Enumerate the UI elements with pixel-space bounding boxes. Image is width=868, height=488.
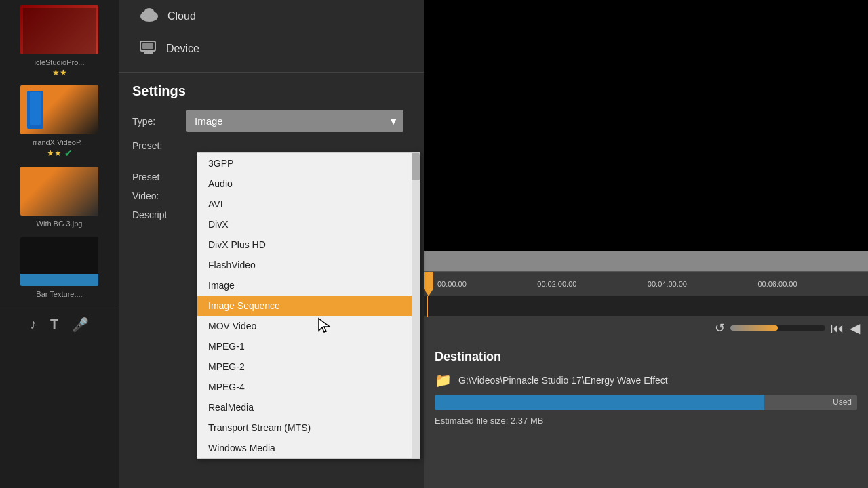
dropdown-item-audio[interactable]: Audio	[197, 174, 420, 194]
dropdown-item-divx[interactable]: DivX	[197, 214, 420, 235]
settings-section: Settings Type: Image ▼ Preset:	[119, 73, 444, 151]
ts-0: 00:00.00	[437, 280, 467, 288]
dropdown-item-transport[interactable]: Transport Stream (MTS)	[197, 418, 420, 438]
dropdown-item-divxhd[interactable]: DivX Plus HD	[197, 235, 420, 255]
dropdown-item-mov[interactable]: MOV Video	[197, 316, 420, 336]
dropdown-item-image-seq[interactable]: Image Sequence	[197, 296, 420, 316]
sidebar-thumb-2[interactable]	[20, 85, 98, 134]
sidebar: icleStudioPro... ★★ rrandX.VideoP... ★★ …	[0, 0, 119, 488]
dropdown-item-mpeg1[interactable]: MPEG-1	[197, 336, 420, 357]
timeline-ruler: 00:00.00 00:02:00.00 00:04:00.00 00:06:0…	[424, 271, 868, 296]
loop-button[interactable]: ↺	[715, 321, 725, 336]
svg-rect-5	[142, 43, 153, 49]
sidebar-thumb-1[interactable]	[20, 5, 98, 54]
dropdown-item-realmedia[interactable]: RealMedia	[197, 397, 420, 418]
destination-title: Destination	[435, 350, 857, 364]
svg-rect-7	[144, 52, 153, 54]
preview-video-area	[424, 0, 868, 251]
dropdown-item-avi[interactable]: AVI	[197, 194, 420, 214]
sidebar-stars-2: ★★	[47, 148, 62, 158]
preset-label-2: Preset	[132, 171, 186, 182]
destination-path-row: 📁 G:\Videos\Pinnacle Studio 17\Energy Wa…	[435, 372, 857, 388]
sidebar-label-4: Bar Texture....	[5, 289, 113, 300]
timeline-track	[424, 296, 868, 316]
dropdown-item-mpeg2[interactable]: MPEG-2	[197, 357, 420, 377]
sidebar-media-icons: ♪ T 🎤	[0, 308, 119, 338]
destination-section: Destination 📁 G:\Videos\Pinnacle Studio …	[424, 340, 868, 435]
playback-progress[interactable]	[730, 325, 825, 331]
device-icon	[139, 39, 158, 58]
mic-icon[interactable]: 🎤	[72, 317, 89, 333]
dropdown-item-image[interactable]: Image	[197, 275, 420, 296]
destination-path: G:\Videos\Pinnacle Studio 17\Energy Wave…	[458, 375, 668, 386]
text-icon[interactable]: T	[50, 317, 58, 333]
ts-3: 00:06:00.00	[757, 280, 797, 288]
type-select-wrapper[interactable]: Image ▼	[186, 110, 403, 132]
disk-used-label: Used	[833, 397, 852, 407]
folder-icon: 📁	[435, 372, 452, 388]
sidebar-label-2: rrandX.VideoP...	[5, 137, 113, 148]
dropdown-item-3gpp[interactable]: 3GPP	[197, 153, 420, 174]
dropdown-scrollbar[interactable]	[412, 153, 420, 458]
skip-back-button[interactable]: ⏮	[831, 321, 844, 336]
preview-black	[424, 0, 868, 251]
sidebar-label-1: icleStudioPro...	[5, 57, 113, 68]
preview-panel: 00:00.00 00:02:00.00 00:04:00.00 00:06:0…	[424, 0, 868, 488]
type-label: Type:	[132, 116, 186, 127]
nav-section: Cloud Device	[119, 0, 444, 72]
ts-2: 00:04:00.00	[648, 280, 687, 288]
disk-usage-bar: Used	[435, 395, 857, 410]
nav-cloud-label: Cloud	[167, 10, 196, 22]
cloud-icon	[139, 7, 159, 26]
dropdown-item-windows-media[interactable]: Windows Media	[197, 438, 420, 458]
type-dropdown[interactable]: 3GPP Audio AVI DivX DivX Plus HD FlashVi…	[197, 152, 420, 459]
sidebar-label-3: With BG 3.jpg	[5, 218, 113, 229]
sidebar-stars-1: ★★	[5, 68, 113, 77]
sidebar-thumb-4[interactable]	[20, 237, 98, 286]
descript-label: Descript	[132, 209, 186, 220]
preset-row: Preset:	[132, 140, 431, 151]
playback-controls: ↺ ⏮ ◀	[424, 316, 868, 340]
ts-1: 00:02:00.00	[537, 280, 576, 288]
settings-title: Settings	[132, 83, 431, 99]
nav-cloud[interactable]: Cloud	[139, 0, 444, 33]
disk-bar-fill	[435, 395, 764, 410]
video-label: Video:	[132, 190, 186, 201]
svg-point-3	[144, 8, 155, 19]
dropdown-scrollbar-thumb[interactable]	[412, 153, 420, 180]
file-size-estimate: Estimated file size: 2.37 MB	[435, 415, 857, 426]
type-select-display[interactable]: Image	[186, 110, 403, 132]
sidebar-check-2: ✔	[64, 148, 73, 159]
preview-gray-bar	[424, 251, 868, 271]
timeline-cursor	[427, 296, 431, 317]
frame-back-button[interactable]: ◀	[850, 320, 860, 336]
nav-device-label: Device	[166, 43, 199, 55]
dropdown-item-mpeg4[interactable]: MPEG-4	[197, 377, 420, 397]
sidebar-thumb-3[interactable]	[20, 167, 98, 216]
nav-device[interactable]: Device	[139, 33, 444, 65]
dropdown-item-flashvideo[interactable]: FlashVideo	[197, 255, 420, 275]
music-icon[interactable]: ♪	[30, 317, 37, 333]
playback-progress-fill	[730, 325, 778, 331]
type-row: Type: Image ▼	[132, 110, 431, 132]
preset-label: Preset:	[132, 140, 186, 151]
